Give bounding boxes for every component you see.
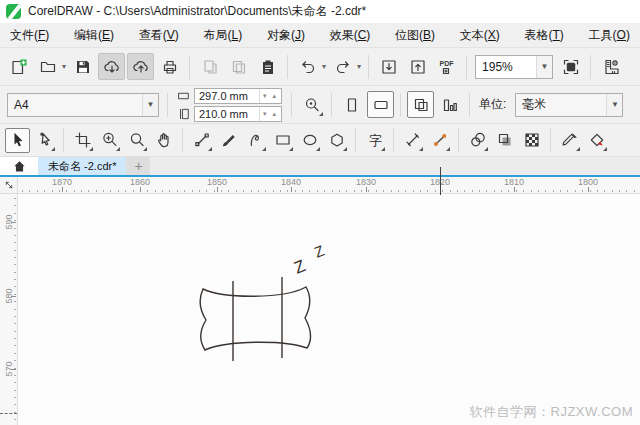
fullscreen-button[interactable] [557, 53, 584, 80]
undo-button[interactable] [294, 53, 321, 80]
menu-9[interactable]: 表格(T) [524, 25, 565, 46]
menu-4[interactable]: 布局(L) [203, 25, 244, 46]
print-button[interactable] [156, 53, 183, 80]
ruler-tick [324, 190, 325, 192]
page-size-combo-arrow-icon[interactable]: ▼ [142, 94, 158, 116]
home-tab-button[interactable] [0, 157, 38, 175]
ruler-tick [472, 190, 473, 192]
artistic-media-icon [220, 131, 238, 149]
menu-5[interactable]: 对象(J) [266, 25, 306, 46]
document-tab[interactable]: 未命名 -2.cdr* [38, 157, 126, 175]
page-width-input[interactable]: 297.0 mm▾ ▴ [194, 88, 282, 104]
polygon-icon [328, 131, 346, 149]
eyedropper-button[interactable] [557, 128, 582, 153]
ruler-tick [96, 190, 97, 192]
redo-icon [334, 58, 352, 76]
ruler-tick [486, 190, 487, 192]
drop-shadow-button[interactable] [492, 128, 517, 153]
save-button[interactable] [69, 53, 96, 80]
drawing-canvas[interactable]: ZZ 软件自学网：RJZXW.COM [18, 194, 640, 425]
import-button[interactable] [375, 53, 402, 80]
rectangle-button[interactable] [270, 128, 295, 153]
crop-button[interactable] [70, 128, 95, 153]
open-folder-dropdown-arrow[interactable]: ▾ [62, 62, 66, 71]
ruler-tick [14, 228, 16, 229]
pick-button[interactable] [5, 128, 30, 153]
page-height-spinner[interactable]: ▾ ▴ [259, 107, 281, 121]
ruler-major-tick [291, 187, 292, 192]
ruler-major-tick [514, 187, 515, 192]
ellipse-icon [301, 131, 319, 149]
ruler-origin-icon [3, 179, 15, 191]
ruler-tick [155, 190, 156, 192]
vertical-ruler[interactable]: 590580570 [0, 194, 18, 425]
contour-button[interactable] [465, 128, 490, 153]
units-combo[interactable]: 毫米▼ [515, 93, 623, 117]
redo-dropdown-arrow[interactable]: ▾ [357, 62, 361, 71]
text-button[interactable]: 字 [362, 128, 387, 153]
paste-button[interactable] [254, 53, 281, 80]
ellipse-button[interactable] [297, 128, 322, 153]
pattern-button[interactable] [519, 128, 544, 153]
polygon-button[interactable] [324, 128, 349, 153]
menu-6[interactable]: 效果(C) [329, 25, 372, 46]
curve-button[interactable] [243, 128, 268, 153]
shape-button[interactable] [32, 128, 57, 153]
ruler-tick [177, 190, 178, 192]
ruler-tick [147, 190, 148, 192]
dimension-button[interactable] [400, 128, 425, 153]
magnifier-button[interactable] [124, 128, 149, 153]
ruler-tick [251, 190, 252, 192]
page-bars-button[interactable] [436, 91, 463, 118]
zoom-page-button[interactable] [298, 91, 325, 118]
cloud-download-button[interactable] [98, 53, 125, 80]
ruler-tick [457, 190, 458, 192]
horizontal-ruler[interactable]: 18701860185018401830182018101800 [0, 177, 640, 194]
freehand-button[interactable] [189, 128, 214, 153]
separator [466, 55, 467, 79]
rulers-button[interactable] [597, 53, 624, 80]
ruler-tick [14, 375, 16, 376]
ruler-tick [14, 360, 16, 361]
menu-7[interactable]: 位图(B) [394, 25, 436, 46]
ruler-tick [192, 190, 193, 192]
zoom-button[interactable] [97, 128, 122, 153]
pdf-button[interactable]: PDF [433, 53, 460, 80]
portrait-button[interactable] [338, 91, 365, 118]
landscape-button[interactable] [367, 91, 394, 118]
page-width-spinner[interactable]: ▾ ▴ [259, 89, 281, 103]
cloud-upload-button[interactable] [127, 53, 154, 80]
page-size-combo[interactable]: A4▼ [7, 93, 159, 117]
menu-10[interactable]: 工具(O) [588, 25, 631, 46]
connector-button[interactable] [427, 128, 452, 153]
menu-8[interactable]: 文本(X) [459, 25, 501, 46]
artistic-media-button[interactable] [216, 128, 241, 153]
new-document-button[interactable] [5, 53, 32, 80]
crop-icon [74, 131, 92, 149]
ruler-tick [59, 190, 60, 192]
ruler-label: 1860 [130, 177, 150, 187]
open-folder-button[interactable] [34, 53, 61, 80]
page-height-input[interactable]: 210.0 mm▾ ▴ [194, 106, 282, 122]
units-combo-arrow-icon[interactable]: ▼ [606, 94, 622, 116]
ruler-tick [604, 190, 605, 192]
zoom-icon [101, 131, 119, 149]
pages-side-button[interactable] [407, 91, 434, 118]
ruler-origin-button[interactable] [0, 177, 18, 193]
export-button[interactable] [404, 53, 431, 80]
ruler-tick [531, 190, 532, 192]
open-folder-icon [39, 58, 57, 76]
menu-2[interactable]: 编辑(E) [73, 25, 115, 46]
zoom-level-combo-arrow-icon[interactable]: ▼ [536, 56, 552, 78]
new-tab-button[interactable]: + [126, 157, 150, 175]
redo-button[interactable] [329, 53, 356, 80]
undo-dropdown-arrow[interactable]: ▾ [322, 62, 326, 71]
pan-button[interactable] [151, 128, 176, 153]
svg-text:PDF: PDF [439, 60, 454, 67]
interactive-fill-button[interactable] [584, 128, 609, 153]
cloud-download-icon [103, 58, 121, 76]
menu-1[interactable]: 文件(F) [9, 25, 50, 46]
menu-3[interactable]: 查看(V) [138, 25, 180, 46]
zoom-level-combo[interactable]: 195%▼ [475, 55, 553, 79]
ruler-tick [236, 190, 237, 192]
